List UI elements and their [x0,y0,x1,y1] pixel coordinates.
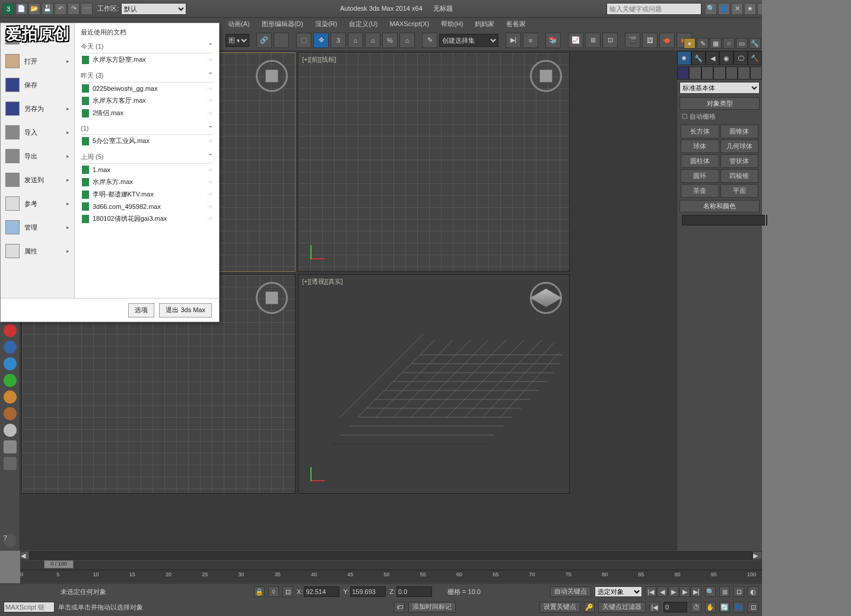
add-time-tag[interactable]: 添加时间标记 [408,602,456,612]
primitive-button[interactable]: 四棱锥 [720,169,759,183]
recent-file-item[interactable]: 5办公室工业风.max⊣ [81,135,213,147]
viewcube-persp[interactable] [530,282,562,314]
vp-light-icon[interactable]: ● [684,38,696,49]
subtab-systems-icon[interactable] [750,66,762,80]
viewcube-front[interactable] [530,60,562,92]
appmenu-open[interactable]: 打开▸ [1,49,74,73]
select-link-icon[interactable]: 🔗 [256,33,272,48]
vp-safe-icon[interactable]: ▭ [736,38,748,49]
key-filters[interactable]: 关键点过滤器 [598,602,646,612]
ltool-brown-icon[interactable] [4,407,17,420]
snap-angle-icon[interactable]: ⌂ [365,33,380,48]
time-scroll-track[interactable] [30,551,752,560]
appmenu-export[interactable]: 导出▸ [1,144,74,168]
menu-maxscript[interactable]: MAXScript(X) [388,19,432,28]
view-dropdown[interactable]: 图 ▾ [226,34,249,47]
coord-x-input[interactable] [304,586,339,597]
menu-help[interactable]: 帮助(H) [439,18,465,30]
tab-display-icon[interactable]: 🖵 [733,51,748,65]
exit-button[interactable]: 退出 3ds Max [159,303,212,317]
pin-icon[interactable]: ⊣ [207,191,212,198]
vp-label-front[interactable]: [+][前][线框] [302,55,336,64]
ltool-blue-icon[interactable] [4,341,17,354]
vp-shade-icon[interactable]: ▦ [710,38,722,49]
time-cfg-icon[interactable]: ⏱ [691,602,701,612]
setkey-button[interactable]: 设置关键点 [539,602,580,612]
recent-group-header[interactable]: 上周 (5)⌃ [81,151,213,164]
recent-group-header[interactable]: 今天 (1)⌃ [81,40,213,53]
tab-motion-icon[interactable]: ◉ [719,51,733,65]
pin-icon[interactable]: ⊣ [207,215,212,222]
time-ruler[interactable]: 0510152025303540455055606570758085909510… [20,570,762,583]
autogrid-checkbox[interactable]: ☐ 自动栅格 [679,110,760,123]
recent-group-header[interactable]: (1)⌃ [81,123,213,135]
pin-icon[interactable]: ⊣ [207,179,212,185]
signin-icon[interactable]: 👤 [718,3,730,15]
tab-hierarchy-icon[interactable]: ◀ [706,51,720,65]
play-icon[interactable]: ▶ [668,586,679,597]
coord-z-input[interactable] [396,586,432,597]
isolate-icon[interactable]: ◊ [268,586,279,597]
geometry-category-select[interactable]: 标准基本体 [679,82,760,94]
ltool-grid-icon[interactable] [4,440,17,453]
snap-spinner-icon[interactable]: ⌂ [399,33,415,48]
rollout-object-type[interactable]: 对象类型 [679,97,760,110]
rollout-name-color[interactable]: 名称和颜色 [679,200,760,212]
nav-orbit-icon[interactable]: 🔄 [719,602,730,612]
menu-customize[interactable]: 自定义(U) [347,18,380,30]
current-frame-input[interactable] [663,602,687,612]
qat-project-icon[interactable]: ⋯ [81,3,93,15]
recent-file-item[interactable]: 水岸东方.max⊣ [81,176,213,188]
primitive-button[interactable]: 圆环 [681,169,719,183]
ltool-red-icon[interactable] [4,324,17,337]
qat-redo-icon[interactable]: ↷ [68,3,80,15]
snap-percent-icon[interactable]: % [382,33,398,48]
pin-icon[interactable]: ⊣ [207,138,212,144]
recent-file-item[interactable]: 水岸东方卧室.max⊣ [81,53,213,66]
appmenu-manage[interactable]: 管理▸ [1,215,74,239]
object-name-input[interactable] [682,215,765,226]
key-mode-icon[interactable]: 🔑 [584,602,595,612]
next-frame-icon[interactable]: ▶ [679,586,690,597]
pin-icon[interactable]: ⊣ [207,56,212,63]
menu-graph-editors[interactable]: 图形编辑器(D) [259,18,306,30]
qat-new-icon[interactable]: 📄 [15,3,27,15]
time-tag-icon[interactable]: 🏷 [394,602,405,612]
curve-editor-icon[interactable]: 📈 [568,33,583,48]
nav-zoom-ext-icon[interactable]: ⊡ [733,586,744,597]
object-color-swatch[interactable] [766,215,767,226]
favorites-icon[interactable]: ★ [744,3,756,15]
time-scroll-left-icon[interactable]: ◀ [20,551,30,560]
subtab-space-icon[interactable] [738,66,750,80]
subtab-shapes-icon[interactable] [689,66,701,80]
edit-named-sel-icon[interactable]: ✎ [422,33,437,48]
time-scroll-right-icon[interactable]: ▶ [752,551,762,560]
help-search-input[interactable] [607,3,701,15]
subtab-geometry-icon[interactable] [677,66,689,80]
align-icon[interactable]: ≡ [523,33,538,48]
pin-icon[interactable]: ⊣ [207,85,212,92]
vp-edged-icon[interactable]: ✎ [697,38,709,49]
time-slider-thumb[interactable]: 0 / 100 [44,560,74,569]
primitive-button[interactable]: 圆柱体 [681,154,719,168]
pin-icon[interactable]: ⊣ [207,97,212,104]
vp-wire-icon[interactable]: ○ [723,38,735,49]
ltool-green-icon[interactable] [4,374,17,387]
appmenu-reference[interactable]: 参考▸ [1,192,74,215]
primitive-button[interactable]: 平面 [720,184,759,198]
render-frame-icon[interactable]: 🖼 [642,33,658,48]
nav-walkthrough-icon[interactable]: 👣 [733,602,744,612]
named-selection-select[interactable]: 创建选择集 [439,34,498,47]
ltool-box-icon[interactable] [4,457,17,470]
viewcube-left[interactable] [256,282,288,314]
tab-utilities-icon[interactable]: 🔨 [748,51,762,65]
tab-modify-icon[interactable]: 🔧 [691,51,706,65]
nav-fov-icon[interactable]: ◐ [748,586,758,597]
appmenu-properties[interactable]: 属性▸ [1,239,74,263]
qat-open-icon[interactable]: 📂 [28,3,40,15]
recent-file-item[interactable]: 1.max⊣ [81,164,213,176]
search-icon[interactable]: 🔍 [705,3,717,15]
subtab-helpers-icon[interactable] [726,66,738,80]
key-target-select[interactable]: 选定对象 [595,586,642,597]
pin-icon[interactable]: ⊣ [207,204,212,210]
